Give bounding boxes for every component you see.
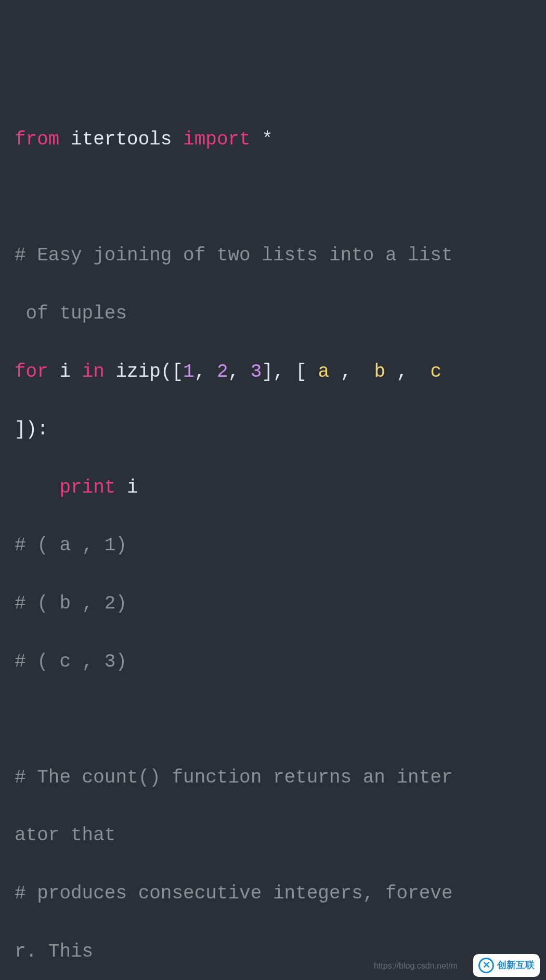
keyword-in: in <box>82 361 105 382</box>
keyword-import: import <box>183 129 251 150</box>
code-line: from itertools import * <box>15 125 536 154</box>
comment-line: # ( a , 1) <box>15 531 536 560</box>
module-name: itertools <box>71 129 172 150</box>
var-i: i <box>59 361 71 382</box>
comment-text: # ( a , 1) <box>15 535 127 556</box>
comment-text: # ( c , 3) <box>15 651 127 672</box>
code-line: print i <box>15 473 536 502</box>
bracket-open: [ <box>295 361 307 382</box>
var-i: i <box>127 477 138 498</box>
space <box>239 361 251 382</box>
space <box>284 361 296 382</box>
colon: : <box>37 419 48 440</box>
comment-text: r. This <box>15 941 93 962</box>
comment-text: # Easy joining of two lists into a list <box>15 245 453 266</box>
comma: , <box>194 361 206 382</box>
string-b: b <box>352 361 396 382</box>
paren-close: ) <box>26 419 37 440</box>
watermark-logo: ✕ 创新互联 <box>473 954 540 977</box>
comment-line: # ( b , 2) <box>15 589 536 618</box>
comma: , <box>273 361 284 382</box>
bracket-close: ] <box>262 361 273 382</box>
watermark-logo-text: 创新互联 <box>497 958 535 973</box>
star-operator: * <box>262 129 273 150</box>
watermark-url: https://blog.csdn.net/m <box>374 960 458 973</box>
blank-line <box>15 183 536 213</box>
logo-circle-icon: ✕ <box>478 958 494 973</box>
comment-text: # The count() function returns an inter <box>15 767 453 788</box>
check-icon: ✕ <box>483 958 490 973</box>
keyword-from: from <box>15 129 59 150</box>
space <box>115 477 127 498</box>
keyword-for: for <box>15 361 48 382</box>
string-a: a <box>307 361 341 382</box>
comment-line: ator that <box>15 821 536 850</box>
space <box>205 361 217 382</box>
indent <box>15 477 59 498</box>
comment-text: ator that <box>15 825 115 846</box>
comma: , <box>228 361 240 382</box>
comma: , <box>397 361 408 382</box>
comment-line: # Easy joining of two lists into a list <box>15 241 536 270</box>
comment-line: # produces consecutive integers, foreve <box>15 879 536 908</box>
code-line: ]): <box>15 415 536 444</box>
func-izip: izip <box>115 361 160 382</box>
comment-text: # produces consecutive integers, foreve <box>15 883 453 904</box>
code-line: for i in izip([1, 2, 3], [ a , b , c <box>15 357 536 387</box>
comment-line: # ( c , 3) <box>15 647 536 677</box>
paren-open: ( <box>161 361 172 382</box>
number: 2 <box>217 361 228 382</box>
string-c: c <box>408 361 452 382</box>
comma: , <box>341 361 352 382</box>
comment-line: # The count() function returns an inter <box>15 763 536 792</box>
bracket-close: ] <box>15 419 26 440</box>
bracket-open: [ <box>172 361 184 382</box>
keyword-print: print <box>59 477 115 498</box>
comment-text: of tuples <box>15 303 127 324</box>
blank-line <box>15 705 536 734</box>
comment-line: of tuples <box>15 299 536 328</box>
number: 1 <box>183 361 194 382</box>
comment-text: # ( b , 2) <box>15 593 127 614</box>
number: 3 <box>251 361 262 382</box>
